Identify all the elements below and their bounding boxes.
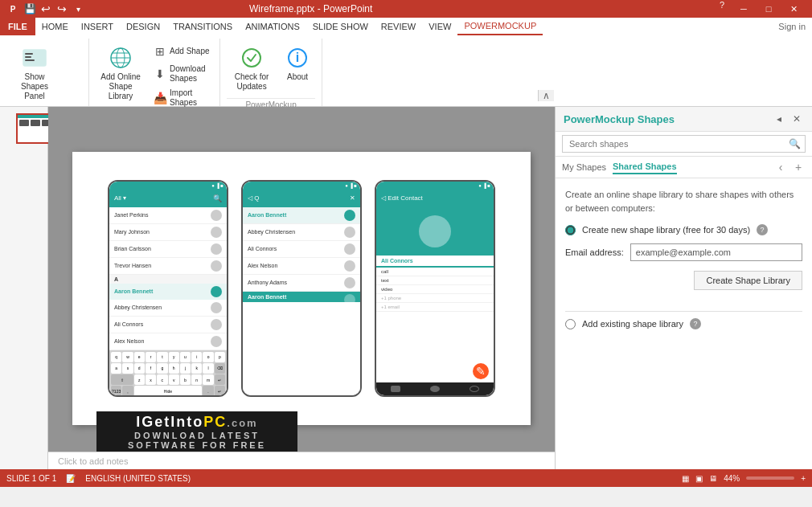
phone-header-2: ◁ Q ✕	[243, 190, 360, 207]
phone-item-a1: Aaron Bennett	[243, 207, 360, 224]
notes-icon[interactable]: 📝	[66, 474, 76, 483]
undo-button[interactable]: ↩	[39, 2, 53, 16]
svg-text:i: i	[296, 51, 299, 64]
ribbon-collapse-button[interactable]: ∧	[538, 90, 554, 101]
language-info: ENGLISH (UNITED STATES)	[85, 474, 191, 483]
menu-powermockup[interactable]: POWERMOCKUP	[457, 18, 543, 35]
import-shapes-label: Import Shapes	[170, 88, 210, 108]
create-new-help-icon[interactable]: ?	[757, 224, 768, 235]
ribbon-group-shapes-panel: Show Shapes Panel PowerMockup Shapes	[3, 39, 89, 106]
sign-in[interactable]: Sign in	[772, 18, 812, 35]
help-button[interactable]: ?	[720, 0, 724, 18]
menu-bar: FILE HOME INSERT DESIGN TRANSITIONS ANIM…	[0, 18, 812, 35]
menu-animations[interactable]: ANIMATIONS	[239, 18, 306, 35]
phone-item-5: Abbey Christensen	[109, 300, 227, 317]
slide-1-wrap: 1	[3, 110, 44, 147]
ribbon: Show Shapes Panel PowerMockup Shapes	[0, 35, 812, 107]
add-online-shape-library-button[interactable]: Add Online Shape Library	[96, 42, 146, 104]
save-button[interactable]: 💾	[23, 2, 37, 16]
menu-insert[interactable]: INSERT	[75, 18, 120, 35]
edit-name-field: Ali Connors	[376, 256, 494, 268]
title-bar: P 💾 ↩ ↪ ▾ Wireframe.pptx - PowerPoint ? …	[0, 0, 812, 18]
create-shape-library-button[interactable]: Create Shape Library	[694, 271, 802, 290]
tab-my-shapes[interactable]: My Shapes	[562, 161, 606, 174]
phone-item-2: Mary Johnson	[109, 224, 227, 241]
download-shapes-label: Download Shapes	[170, 64, 210, 84]
email-label: Email address:	[565, 247, 624, 257]
view-slide-sorter[interactable]: ▣	[695, 474, 703, 483]
ribbon-content: Show Shapes Panel PowerMockup Shapes	[0, 35, 812, 106]
ribbon-group-powermockup: Check for Updates i About PowerMockup	[220, 39, 322, 106]
check-for-updates-label: Check for Updates	[232, 72, 272, 92]
minimize-button[interactable]: ─	[732, 0, 756, 18]
phone-screen-3: ● ▐ ■ ◁ Edit Contact Ali Connors call te…	[376, 182, 494, 395]
app-icon: P	[6, 2, 19, 15]
about-label: About	[287, 72, 308, 82]
zoom-slider[interactable]	[746, 476, 794, 480]
import-shapes-icon: 📥	[152, 90, 168, 106]
shapes-tab-controls: ‹ +	[773, 160, 806, 174]
phone-header-1: All ▾ 🔍	[109, 190, 227, 207]
phone-item-a3: Ali Connors	[243, 241, 360, 258]
fab-edit[interactable]: ✎	[473, 363, 489, 379]
window-title: Wireframe.pptx - PowerPoint	[249, 3, 372, 14]
ribbon-group-shapes-panel-content: Show Shapes Panel	[10, 39, 82, 108]
download-shapes-icon: ⬇	[152, 66, 168, 82]
email-input[interactable]	[630, 243, 802, 261]
redo-button[interactable]: ↪	[55, 2, 69, 16]
phone-status-bar-1: ● ▐ ■	[109, 182, 227, 190]
create-new-radio[interactable]	[565, 225, 576, 235]
tab-shared-shapes[interactable]: Shared Shapes	[613, 160, 676, 174]
add-shape-button[interactable]: ⊞ Add Shape	[149, 42, 213, 61]
tab-add-button[interactable]: +	[791, 160, 806, 174]
view-reading[interactable]: 🖥	[709, 474, 717, 483]
shapes-search-input[interactable]	[562, 135, 806, 153]
import-shapes-button[interactable]: 📥 Import Shapes	[149, 87, 213, 109]
about-button[interactable]: i About	[280, 42, 315, 85]
menu-slideshow[interactable]: SLIDE SHOW	[306, 18, 375, 35]
menu-view[interactable]: VIEW	[422, 18, 457, 35]
phone-screen-1: ● ▐ ■ All ▾ 🔍 Janet Perkins Mary Johnson…	[109, 182, 227, 395]
slide-thumbnail-panel: 1	[0, 107, 48, 469]
file-menu[interactable]: FILE	[0, 18, 35, 35]
slide-canvas[interactable]: ● ▐ ■ All ▾ 🔍 Janet Perkins Mary Johnson…	[72, 152, 531, 425]
menu-home[interactable]: HOME	[35, 18, 75, 35]
phone-mockup-3: ● ▐ ■ ◁ Edit Contact Ali Connors call te…	[375, 180, 495, 397]
phone-mockup-2: ● ▐ ■ ◁ Q ✕ Aaron Bennett Abbey Christen…	[241, 180, 362, 397]
phone-profile-image	[419, 215, 451, 247]
phone-status-bar-2: ● ▐ ■	[243, 182, 360, 190]
shapes-panel-pin-button[interactable]: ◂	[772, 112, 786, 126]
ribbon-group-shape-library-content: Add Online Shape Library ⊞ Add Shape ⬇ D…	[96, 39, 213, 112]
divider	[565, 311, 802, 312]
svg-rect-1	[25, 53, 33, 55]
check-for-updates-button[interactable]: Check for Updates	[227, 42, 277, 95]
zoom-in[interactable]: +	[801, 474, 806, 483]
menu-design[interactable]: DESIGN	[120, 18, 166, 35]
phone-item-3: Brian Carlsson	[109, 241, 227, 258]
small-buttons: ⊞ Add Shape ⬇ Download Shapes 📥 Import S…	[149, 42, 213, 109]
ribbon-group-powermockup-content: Check for Updates i About	[227, 39, 315, 98]
menu-review[interactable]: REVIEW	[375, 18, 422, 35]
main-layout: 1 ● ▐ ■	[0, 107, 812, 469]
restore-button[interactable]: □	[757, 0, 781, 18]
view-normal[interactable]: ▦	[682, 474, 689, 483]
add-existing-help-icon[interactable]: ?	[690, 318, 701, 329]
shapes-panel-close-button[interactable]: ✕	[789, 112, 804, 126]
ribbon-group-shape-library: Add Online Shape Library ⊞ Add Shape ⬇ D…	[89, 39, 220, 106]
edit-field-1: call	[376, 268, 494, 276]
watermark-overlay: IGetIntoPC.com Download Latest Software …	[96, 411, 297, 452]
notes-placeholder[interactable]: Click to add notes	[58, 456, 128, 466]
menu-items: HOME INSERT DESIGN TRANSITIONS ANIMATION…	[35, 18, 812, 35]
add-existing-radio[interactable]	[565, 319, 576, 329]
menu-transitions[interactable]: TRANSITIONS	[166, 18, 239, 35]
customize-quick-access[interactable]: ▾	[71, 2, 85, 16]
tab-prev-button[interactable]: ‹	[773, 160, 788, 174]
download-shapes-button[interactable]: ⬇ Download Shapes	[149, 63, 213, 85]
svg-rect-3	[25, 59, 35, 61]
check-updates-icon	[239, 45, 265, 71]
show-shapes-panel-button[interactable]: Show Shapes Panel	[10, 42, 59, 104]
phone-item-4: Trevor Hansen	[109, 258, 227, 275]
create-new-label: Create new shape library (free for 30 da…	[582, 225, 750, 235]
shapes-body: Create an online shape library to share …	[556, 178, 812, 469]
close-button[interactable]: ✕	[781, 0, 806, 18]
